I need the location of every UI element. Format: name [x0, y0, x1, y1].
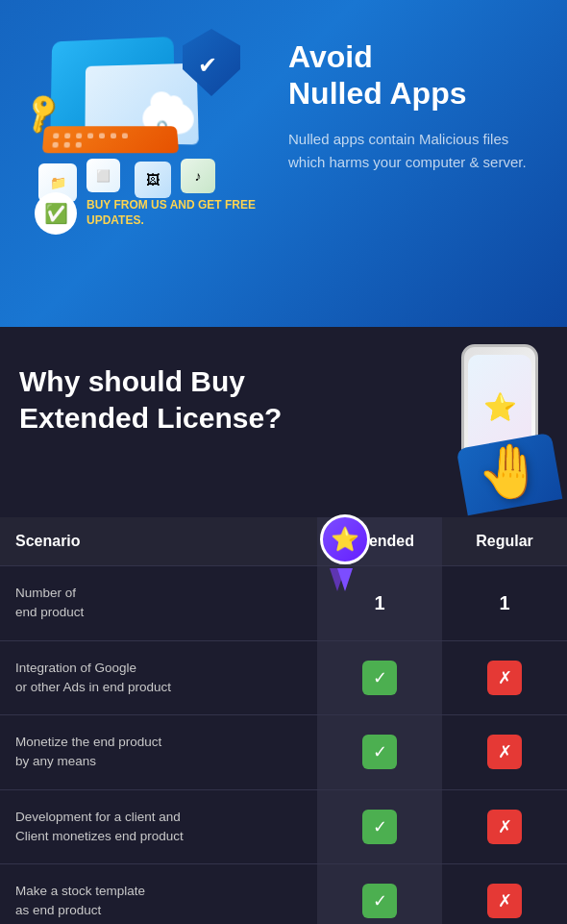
checkmark-badge-icon: ✅ — [35, 192, 77, 235]
banner-title: Avoid Nulled Apps — [288, 38, 548, 112]
keyboard-icon — [42, 126, 179, 153]
row-extended-value: ✓ — [317, 641, 442, 715]
table-row: Integration of Google or other Ads in en… — [0, 640, 567, 715]
badge-text: BUY FROM US AND GET FREE UPDATES. — [86, 198, 269, 228]
row-extended-value: ✓ — [317, 790, 442, 864]
cross-icon: ✗ — [487, 810, 522, 844]
check-icon: ✓ — [362, 735, 397, 769]
cube4-icon: ♪ — [181, 159, 215, 193]
regular-header: Regular — [442, 517, 567, 565]
why-header: Why should Buy Extended License? ⭐ 🤚 — [0, 327, 567, 508]
cross-icon: ✗ — [487, 735, 522, 769]
banner-subtitle: Nulled apps contain Malicious files whic… — [288, 128, 548, 174]
row-scenario: Integration of Google or other Ads in en… — [0, 641, 317, 715]
cross-icon: ✗ — [487, 661, 522, 695]
comparison-table: Scenario ⭐ Extended Regular Number of en… — [0, 517, 567, 924]
check-icon: ✓ — [362, 661, 397, 695]
phone-hand-illustration: ⭐ 🤚 — [375, 335, 548, 508]
check-icon: ✓ — [362, 884, 397, 918]
banner-illustration: 🔒 ✔ 🔑 📁 ⬜ — [19, 29, 269, 250]
row-regular-value: ✗ — [442, 641, 567, 715]
row-regular-value: ✗ — [442, 790, 567, 864]
table-row: Make a stock template as end product ✓ ✗ — [0, 863, 567, 924]
update-badge: ✅ BUY FROM US AND GET FREE UPDATES. — [35, 192, 269, 235]
hand-emoji-icon: 🤚 — [477, 440, 543, 503]
table-row: Development for a client and Client mone… — [0, 789, 567, 864]
row-extended-value: ✓ — [317, 864, 442, 924]
table-header-row: Scenario ⭐ Extended Regular — [0, 517, 567, 565]
shield-check-icon: ✔ — [198, 52, 217, 79]
why-title: Why should Buy Extended License? — [19, 354, 375, 436]
row-scenario: Make a stock template as end product — [0, 864, 317, 924]
scenario-header: Scenario — [0, 517, 317, 565]
banner-content: Avoid Nulled Apps Nulled apps contain Ma… — [269, 29, 548, 174]
why-section: Why should Buy Extended License? ⭐ 🤚 Sce… — [0, 327, 567, 924]
row-scenario: Monetize the end product by any means — [0, 715, 317, 789]
extended-header: ⭐ Extended — [317, 517, 442, 565]
cube2-icon: ⬜ — [86, 159, 120, 192]
check-icon: ✓ — [362, 810, 397, 844]
cross-icon: ✗ — [487, 884, 522, 918]
medal-badge-icon: ⭐ — [320, 514, 370, 564]
row-regular-value: ✗ — [442, 864, 567, 924]
row-regular-value: 1 — [442, 566, 567, 640]
row-extended-value: ✓ — [317, 715, 442, 789]
row-scenario: Number of end product — [0, 566, 317, 640]
row-regular-value: ✗ — [442, 715, 567, 789]
monitor-icon: 🔒 — [50, 37, 175, 136]
table-row: Number of end product 1 1 — [0, 565, 567, 640]
table-row: Monetize the end product by any means ✓ … — [0, 714, 567, 789]
medal-ribbon-right-icon — [337, 568, 353, 591]
top-banner: 🔒 ✔ 🔑 📁 ⬜ — [0, 0, 567, 327]
row-scenario: Development for a client and Client mone… — [0, 790, 317, 864]
